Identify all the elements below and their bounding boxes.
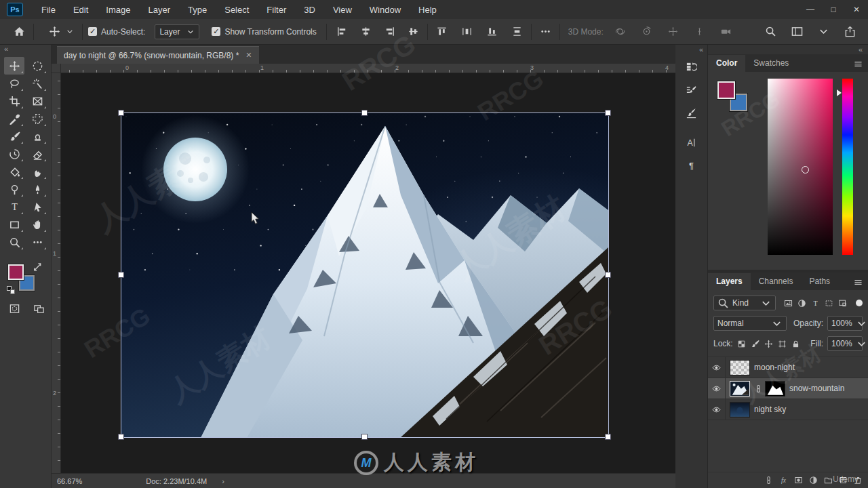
tool-magic-wand[interactable] <box>27 75 47 92</box>
more-align-options-button[interactable] <box>537 23 554 40</box>
tab-channels[interactable]: Channels <box>751 273 802 290</box>
align-right-button[interactable] <box>381 23 398 40</box>
menu-edit[interactable]: Edit <box>64 0 97 19</box>
layer-thumbnail[interactable] <box>730 361 749 375</box>
menu-file[interactable]: File <box>33 0 64 19</box>
tool-dodge[interactable] <box>4 180 24 198</box>
tool-eraser[interactable] <box>27 145 47 163</box>
tool-lasso[interactable] <box>4 75 24 92</box>
tab-close-icon[interactable]: ✕ <box>245 51 252 60</box>
layer-row-snow-mountain[interactable]: snow-mountain <box>708 378 868 399</box>
tool-eyedropper[interactable] <box>4 110 24 127</box>
panel-button-brushes[interactable] <box>682 103 702 122</box>
tab-paths[interactable]: Paths <box>801 273 838 290</box>
layer-row-moon-night[interactable]: moon-night <box>708 357 868 378</box>
search-button[interactable] <box>762 23 779 40</box>
tool-more[interactable] <box>27 233 47 251</box>
lock-move-button[interactable] <box>764 340 773 348</box>
filter-vector-icon-button[interactable] <box>825 299 833 308</box>
close-button[interactable]: ✕ <box>845 5 868 14</box>
canvas-area[interactable]: 01234 012 <box>52 64 675 473</box>
tool-hand[interactable] <box>27 216 47 233</box>
camera-3d-button[interactable] <box>717 23 734 40</box>
auto-select-target-dropdown[interactable]: Layer <box>155 24 199 39</box>
align-middle-button[interactable] <box>405 23 422 40</box>
tool-move[interactable] <box>4 57 24 75</box>
lock-lock-button[interactable] <box>791 340 800 348</box>
align-center-h-button[interactable] <box>357 23 374 40</box>
folder-button[interactable] <box>824 476 833 485</box>
tool-preset-chevron[interactable] <box>63 23 77 40</box>
filter-smart-icon-button[interactable] <box>838 299 847 308</box>
tool-brush[interactable] <box>4 127 24 145</box>
panel-button-history[interactable] <box>682 57 702 76</box>
tab-swatches[interactable]: Swatches <box>745 55 797 72</box>
tool-pen[interactable] <box>27 180 47 198</box>
tool-history-brush[interactable] <box>4 145 24 163</box>
zoom-level-field[interactable]: 66.67% <box>57 477 82 485</box>
align-top-button[interactable] <box>433 23 450 40</box>
tool-paint-bucket[interactable] <box>4 163 24 180</box>
lock-brush-button[interactable] <box>751 340 760 348</box>
tool-healing[interactable] <box>27 110 47 127</box>
distribute-h-button[interactable] <box>458 23 475 40</box>
tool-zoom[interactable] <box>4 233 24 251</box>
orbit-3d-button[interactable] <box>612 23 629 40</box>
workspace-button[interactable] <box>789 23 806 40</box>
tool-smudge[interactable] <box>27 163 47 180</box>
lock-artboard-button[interactable] <box>778 340 787 348</box>
menu-filter[interactable]: Filter <box>258 0 295 19</box>
pan-3d-button[interactable] <box>665 23 682 40</box>
panel-menu-button[interactable] <box>848 60 868 72</box>
menu-help[interactable]: Help <box>410 0 446 19</box>
default-colors-icon[interactable] <box>7 286 15 294</box>
layer-mask-link-icon[interactable] <box>754 384 761 393</box>
filter-image-icon-button[interactable] <box>784 299 793 308</box>
filter-adjustment-icon-button[interactable] <box>797 299 806 308</box>
filter-type-icon-button[interactable]: T <box>811 299 820 308</box>
screen-mode-button[interactable] <box>28 300 49 317</box>
adjustment-button[interactable] <box>809 476 818 485</box>
trash-button[interactable] <box>854 476 863 485</box>
minimize-button[interactable]: — <box>799 5 822 14</box>
roll-3d-button[interactable] <box>638 23 655 40</box>
slide-3d-button[interactable] <box>691 23 708 40</box>
layer-filter-dropdown[interactable]: Kind <box>713 296 776 310</box>
panel-button-character[interactable]: A <box>682 133 702 152</box>
photoshop-logo[interactable]: Ps <box>7 3 23 16</box>
tool-type[interactable]: T <box>4 198 24 216</box>
menu-image[interactable]: Image <box>97 0 139 19</box>
layer-name[interactable]: snow-mountain <box>789 384 844 393</box>
show-transform-checkbox[interactable]: ✓ <box>212 27 220 36</box>
mask-button[interactable] <box>794 476 803 485</box>
panel-menu-button[interactable] <box>848 278 868 290</box>
foreground-color-swatch-panel[interactable] <box>717 81 735 99</box>
menu-select[interactable]: Select <box>216 0 258 19</box>
hue-slider-pointer[interactable] <box>837 89 842 96</box>
chevron-down-button[interactable] <box>815 23 832 40</box>
layer-name[interactable]: night sky <box>754 405 786 414</box>
menu-3d[interactable]: 3D <box>295 0 324 19</box>
toolbar-collapse-chevron[interactable]: « <box>0 45 51 54</box>
tool-marquee[interactable] <box>27 57 47 75</box>
align-left-button[interactable] <box>334 23 351 40</box>
collapse-panels-chevron[interactable]: « <box>708 45 868 54</box>
menu-layer[interactable]: Layer <box>140 0 180 19</box>
tool-rectangle[interactable] <box>4 216 24 233</box>
menu-view[interactable]: View <box>324 0 361 19</box>
maximize-button[interactable]: □ <box>822 5 845 14</box>
hue-slider[interactable] <box>842 79 853 255</box>
tool-clone-stamp[interactable] <box>27 127 47 145</box>
tab-layers[interactable]: Layers <box>708 273 751 290</box>
auto-select-checkbox[interactable]: ✓ <box>88 27 97 36</box>
blend-mode-dropdown[interactable]: Normal <box>713 316 787 331</box>
status-expand-chevron[interactable]: › <box>222 477 224 485</box>
fill-field[interactable]: 100% <box>827 336 863 351</box>
saturation-brightness-field[interactable] <box>768 79 833 255</box>
tool-frame[interactable] <box>27 92 47 110</box>
new-layer-button[interactable] <box>839 476 848 485</box>
tab-color[interactable]: Color <box>708 55 745 72</box>
color-field-pointer[interactable] <box>802 166 809 174</box>
menu-type[interactable]: Type <box>179 0 216 19</box>
lock-checker-button[interactable] <box>737 340 746 348</box>
